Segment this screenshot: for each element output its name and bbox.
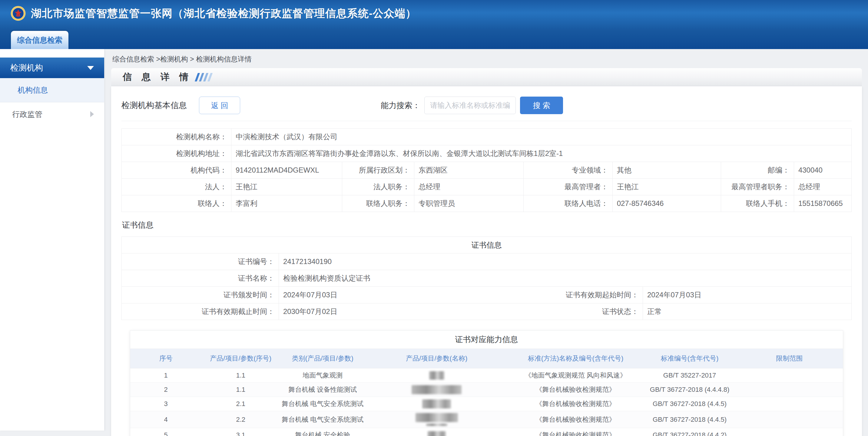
capability-cell: GB/T 35227-2017 (643, 370, 736, 381)
field-value: 正常 (643, 303, 851, 320)
field-label: 最高管理者： (523, 179, 612, 195)
capability-cell: 《地面气象观测规范 风向和风速》 (508, 369, 643, 382)
capability-cell: 5 (130, 429, 202, 436)
field-label: 证书编号： (122, 253, 279, 270)
capability-cell: 《舞台机械验收检测规范》 (508, 383, 643, 396)
app-header: 湖北市场监管智慧监管一张网（湖北省检验检测行政监督管理信息系统-公众端） 综合信… (0, 0, 868, 49)
field-value: 李富利 (231, 195, 342, 212)
field-value: 15515870665 (794, 195, 851, 212)
field-label: 联络人职务： (342, 195, 414, 212)
field-label: 法人： (122, 179, 231, 195)
capability-cell: GB/T 36727-2018 (4.4.2) (643, 429, 736, 436)
back-button[interactable]: 返 回 (199, 97, 240, 114)
field-value: 总经理 (794, 179, 851, 195)
sidebar: 检测机构 机构信息 行政监管 (0, 49, 104, 431)
redacted-name-cell (365, 411, 508, 428)
field-label: 联络人手机： (721, 195, 794, 212)
capability-row: 42.2舞台机械 电气安全系统测试《舞台机械验收检测规范》GB/T 36727-… (130, 411, 843, 428)
breadcrumb[interactable]: 综合信息检索 >检测机构 > 检测机构信息详情 (111, 49, 862, 68)
basic-info-title: 检测机构基本信息 (121, 100, 187, 111)
section-header: 信 息 详 情 (111, 68, 862, 86)
table-row: 检测机构地址：湖北省武汉市东西湖区将军路街办事处金潭路以东、材保所以南、金银潭大… (122, 145, 851, 162)
capability-cell (736, 374, 843, 377)
toolbar: 检测机构基本信息 返 回 能力搜索： 搜 索 (121, 95, 851, 116)
tab-comprehensive-search[interactable]: 综合信息检索 (11, 31, 68, 49)
redacted-name-cell (365, 383, 508, 396)
capability-cell: 舞台机械 设备性能测试 (280, 383, 365, 396)
app-title: 湖北市场监管智慧监管一张网（湖北省检验检测行政监督管理信息系统-公众端） (31, 6, 416, 21)
capability-cell (736, 388, 843, 392)
detail-card: 检测机构基本信息 返 回 能力搜索： 搜 索 检测机构名称：中演检测技术（武汉）… (111, 86, 862, 436)
redaction-block (411, 385, 462, 394)
field-label: 证书状态： (486, 303, 643, 320)
field-value: 王艳江 (231, 179, 342, 195)
search-button[interactable]: 搜 索 (520, 97, 563, 114)
search-input[interactable] (424, 97, 516, 114)
field-value: 2030年07月02日 (279, 303, 487, 320)
field-value: 430040 (794, 162, 851, 178)
field-value: 91420112MAD4DGEWXL (231, 162, 342, 178)
field-label: 证书颁发时间： (122, 287, 279, 303)
field-label: 联络人： (122, 195, 231, 212)
capability-card: 证书对应能力信息 序号产品/项目/参数(序号)类别(产品/项目/参数)产品/项目… (130, 330, 843, 436)
capability-cell (736, 402, 843, 406)
column-header: 产品/项目/参数(名称) (365, 351, 508, 366)
field-value: 241721340190 (279, 253, 851, 270)
field-value: 2024年07月03日 (279, 287, 487, 303)
redaction-block (422, 399, 451, 408)
field-label: 法人职务： (342, 179, 414, 195)
field-label: 检测机构地址： (122, 145, 231, 162)
field-label: 邮编： (721, 162, 794, 178)
capability-title: 证书对应能力信息 (130, 331, 843, 349)
table-row: 机构代码：91420112MAD4DGEWXL所属行政区划：东西湖区专业领域：其… (122, 162, 851, 179)
capability-cell: 2.2 (202, 414, 280, 426)
capability-search: 能力搜索： 搜 索 (381, 97, 563, 114)
capability-cell: 舞台机械 电气安全系统测试 (280, 413, 365, 426)
table-row: 证书有效期截止时间：2030年07月02日证书状态：正常 (122, 303, 851, 320)
page-title: 信 息 详 情 (123, 71, 192, 83)
sidebar-group-testing-orgs[interactable]: 检测机构 (0, 58, 104, 78)
sidebar-group-label: 检测机构 (10, 62, 43, 73)
column-header: 类别(产品/项目/参数) (280, 351, 365, 366)
field-value: 其他 (612, 162, 721, 178)
redaction-block (426, 424, 447, 426)
capability-cell: 舞台机械 安全检验 (280, 429, 365, 436)
capability-cell: GB/T 36727-2018 (4.4.4.8) (643, 384, 736, 396)
sidebar-item-org-info[interactable]: 机构信息 (0, 78, 104, 102)
redaction-block (415, 413, 458, 422)
capability-cell: 4 (130, 414, 202, 426)
column-header: 序号 (130, 351, 202, 366)
field-value: 王艳江 (612, 179, 721, 195)
certificate-section-label: 证书信息 (122, 220, 851, 230)
redaction-block (429, 371, 444, 380)
table-row: 证书名称：检验检测机构资质认定证书 (122, 270, 851, 287)
capability-cell: 1.1 (202, 370, 280, 381)
field-label: 证书有效期起始时间： (486, 287, 643, 303)
table-row: 联络人：李富利联络人职务：专职管理员联络人电话：027-85746346联络人手… (122, 195, 851, 212)
capability-row: 21.1舞台机械 设备性能测试《舞台机械验收检测规范》GB/T 36727-20… (130, 382, 843, 397)
column-header: 标准(方法)名称及编号(含年代号) (508, 351, 643, 366)
search-label: 能力搜索： (381, 100, 420, 111)
sidebar-item-label: 行政监管 (12, 109, 42, 119)
capability-cell: GB/T 36727-2018 (4.4.5) (643, 398, 736, 410)
capability-cell: 3 (130, 398, 202, 410)
column-header: 限制范围 (736, 351, 843, 366)
field-label: 专业领域： (523, 162, 612, 178)
field-value: 湖北省武汉市东西湖区将军路街办事处金潭路以东、材保所以南、金银潭大道以北测试车间… (231, 145, 851, 162)
redaction-block (428, 431, 446, 436)
capability-cell: 2 (130, 384, 202, 396)
field-label: 机构代码： (122, 162, 231, 178)
capability-cell: 舞台机械 电气安全系统测试 (280, 398, 365, 410)
table-row: 证书编号：241721340190 (122, 253, 851, 270)
field-value: 中演检测技术（武汉）有限公司 (231, 129, 851, 145)
capability-cell: 2.1 (202, 398, 280, 410)
sidebar-item-admin-supervision[interactable]: 行政监管 (0, 102, 104, 126)
capability-cell: 1 (130, 370, 202, 381)
field-value: 总经理 (414, 179, 523, 195)
field-value: 2024年07月03日 (643, 287, 851, 303)
field-value: 检验检测机构资质认定证书 (279, 270, 851, 286)
field-label: 证书有效期截止时间： (122, 303, 279, 320)
basic-info-table: 检测机构名称：中演检测技术（武汉）有限公司检测机构地址：湖北省武汉市东西湖区将军… (121, 128, 851, 212)
field-label: 最高管理者职务： (721, 179, 794, 195)
chevron-down-icon (87, 66, 94, 70)
